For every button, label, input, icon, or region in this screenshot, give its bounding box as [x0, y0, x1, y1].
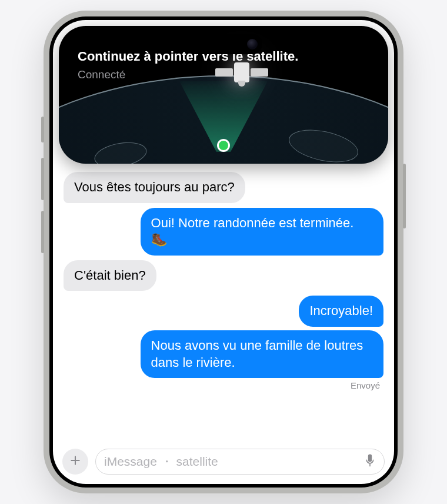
- side-button-power: [403, 164, 406, 228]
- message-placeholder: iMessage ・ satellite: [104, 453, 218, 470]
- svg-rect-0: [368, 455, 372, 462]
- screen: Continuez à pointer vers le satellite. C…: [53, 20, 394, 484]
- side-button-volume-down: [41, 211, 44, 253]
- phone-frame: Continuez à pointer vers le satellite. C…: [44, 11, 403, 493]
- add-attachment-button[interactable]: [62, 449, 88, 475]
- dictation-button[interactable]: [364, 453, 376, 470]
- message-bubble-sent[interactable]: Oui! Notre randonnée est terminée. 🥾: [141, 208, 383, 256]
- composer-bar: iMessage ・ satellite: [62, 447, 385, 476]
- side-button-silence: [41, 117, 44, 142]
- side-button-volume-up: [41, 158, 44, 200]
- message-bubble-received[interactable]: Vous êtes toujours au parc?: [64, 172, 245, 203]
- delivery-status: Envoyé: [351, 380, 383, 390]
- plus-icon: [69, 455, 81, 469]
- front-camera: [247, 39, 258, 49]
- satellite-connection-overlay[interactable]: Continuez à pointer vers le satellite. C…: [59, 26, 388, 164]
- phone-bezel: Continuez à pointer vers le satellite. C…: [49, 16, 398, 488]
- dynamic-island-pill: [185, 34, 262, 54]
- message-bubble-sent[interactable]: Incroyable!: [299, 296, 383, 327]
- satellite-status: Connecté: [78, 68, 298, 81]
- message-input[interactable]: iMessage ・ satellite: [95, 449, 385, 475]
- message-bubble-received[interactable]: C'était bien?: [64, 260, 156, 291]
- message-bubble-sent[interactable]: Nous avons vu une famille de loutres dan…: [141, 330, 383, 378]
